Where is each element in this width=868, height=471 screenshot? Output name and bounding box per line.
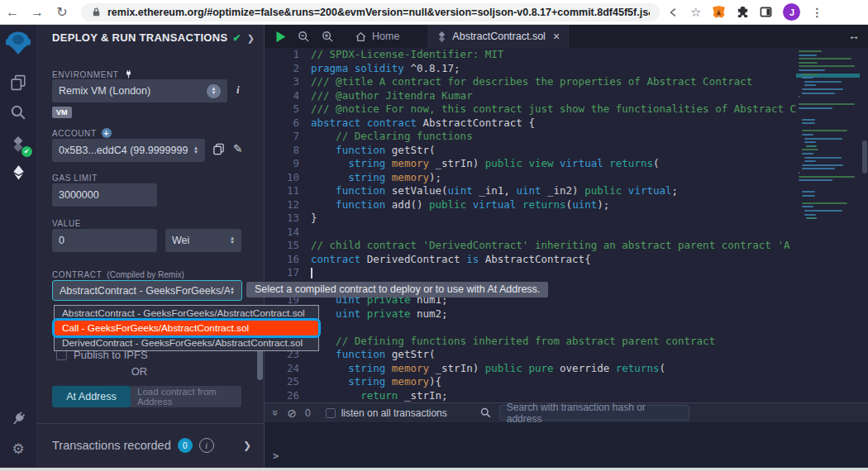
- account-select[interactable]: 0x5B3...eddC4 (99.9999999 ▲▼: [52, 139, 205, 162]
- remix-logo[interactable]: [0, 31, 37, 56]
- code-line: 9 string memory _strIn) public view virt…: [265, 157, 868, 171]
- contract-label: CONTRACT (Compiled by Remix): [52, 270, 184, 279]
- back-icon[interactable]: ←: [0, 5, 25, 20]
- code-line: 25 string memory){: [265, 375, 868, 389]
- code-area[interactable]: 1// SPDX-License-Identifier: MIT2pragma …: [265, 48, 868, 402]
- value-unit-select[interactable]: Wei ▲▼: [165, 229, 241, 252]
- lock-icon: [91, 7, 102, 17]
- terminal-toolbar: » ⊘ 0 listen on all transactions Search …: [265, 402, 868, 422]
- copy-account-icon[interactable]: [212, 143, 225, 159]
- line-number: 15: [265, 239, 311, 253]
- environment-info-icon[interactable]: i: [236, 83, 240, 97]
- value-input[interactable]: 0: [52, 229, 157, 252]
- deploy-run-icon[interactable]: [0, 165, 37, 180]
- settings-gear-icon[interactable]: ⚙: [0, 440, 37, 458]
- minimap[interactable]: [796, 48, 860, 296]
- solidity-compiler-icon[interactable]: ✔: [0, 136, 37, 154]
- reload-icon[interactable]: ↻: [50, 4, 74, 20]
- transactions-info-icon[interactable]: i: [199, 438, 214, 453]
- at-address-input[interactable]: Load contract from Address: [131, 386, 241, 407]
- code-line: 5/// @notice For now, this contract just…: [265, 102, 868, 117]
- zoom-out-icon[interactable]: [298, 31, 310, 43]
- gas-limit-input[interactable]: 3000000: [52, 183, 157, 207]
- terminal-output[interactable]: >: [265, 422, 868, 468]
- browser-menu-icon[interactable]: ⋮: [811, 6, 823, 19]
- run-script-play-icon[interactable]: [276, 31, 286, 42]
- listen-transactions-label: listen on all transactions: [341, 407, 447, 419]
- environment-select[interactable]: Remix VM (London) ▲▼: [52, 79, 227, 102]
- bookmark-star-icon[interactable]: ☆: [690, 5, 701, 20]
- url-text: remix.ethereum.org/#optimize=false&runs=…: [107, 7, 650, 18]
- panel-divider: [37, 423, 265, 424]
- code-line: 17: [265, 266, 868, 280]
- terminal-collapse-icon[interactable]: »: [273, 407, 279, 419]
- transactions-count-badge: 0: [178, 438, 193, 453]
- line-number: 6: [265, 117, 311, 131]
- add-account-icon[interactable]: +: [102, 128, 112, 138]
- line-number: 4: [265, 89, 311, 103]
- tab-home[interactable]: Home: [346, 25, 409, 48]
- contract-option[interactable]: DerivedContract - GeeksForGeeks/Abstract…: [55, 335, 318, 350]
- code-line: 14: [265, 226, 868, 240]
- environment-stepper-icon[interactable]: ▲▼: [207, 84, 221, 98]
- address-bar[interactable]: remix.ethereum.org/#optimize=false&runs=…: [81, 3, 660, 21]
- search-plugin-icon[interactable]: [0, 104, 37, 121]
- browser-toolbar: ← → ↻ remix.ethereum.org/#optimize=false…: [0, 0, 868, 25]
- clear-console-icon[interactable]: ⊘: [287, 407, 297, 420]
- plugin-manager-icon[interactable]: [0, 411, 37, 427]
- plug-icon: [124, 69, 133, 79]
- terminal-search-icon: [480, 407, 491, 418]
- extensions-puzzle-icon[interactable]: [737, 6, 749, 18]
- line-number: 2: [265, 62, 311, 76]
- line-number: 7: [265, 130, 311, 144]
- resize-editor-icon[interactable]: ↔: [848, 29, 860, 42]
- file-explorer-icon[interactable]: [0, 74, 37, 91]
- line-number: 26: [265, 389, 311, 403]
- code-line: 20 uint private num2;: [265, 307, 868, 321]
- transactions-recorded-row: Transactions recorded 0 i: [52, 438, 214, 453]
- line-number: 1: [265, 48, 311, 62]
- terminal-search-input[interactable]: Search with transaction hash or address: [499, 405, 689, 421]
- contract-stepper-icon[interactable]: ▲▼: [230, 287, 235, 295]
- gas-limit-label: GAS LIMIT: [52, 174, 98, 183]
- contract-select[interactable]: AbstractContract - GeeksForGeeks/A ▲▼: [52, 280, 242, 301]
- forward-icon[interactable]: →: [25, 5, 50, 20]
- transactions-expand-chevron-icon[interactable]: ❯: [243, 440, 251, 451]
- code-line: 11 function setValue(uint _in1, uint _in…: [265, 184, 868, 198]
- unit-stepper-icon[interactable]: ▲▼: [230, 236, 235, 245]
- editor-region: Home AbstractContract.sol × ↔ 1// SPDX-L…: [265, 25, 868, 468]
- editor-tabbar: Home AbstractContract.sol ×: [265, 25, 868, 48]
- sidebar-toggle-icon[interactable]: [760, 6, 772, 18]
- environment-label: ENVIRONMENT: [52, 69, 133, 79]
- account-label: ACCOUNT +: [52, 128, 112, 138]
- line-number: 24: [265, 362, 311, 376]
- tab-abstractcontract-sol[interactable]: AbstractContract.sol ×: [427, 25, 570, 48]
- contract-option[interactable]: Call - GeeksForGeeks/AbstractContract.so…: [55, 321, 318, 335]
- panel-collapse-chevron-icon[interactable]: ❯: [247, 33, 255, 44]
- share-icon[interactable]: [668, 7, 680, 18]
- at-address-button[interactable]: At Address: [52, 386, 131, 407]
- line-number: 9: [265, 157, 311, 171]
- code-line: 6abstract contract AbstractContract {: [265, 117, 868, 131]
- contract-select-tooltip: Select a compiled contract to deploy or …: [246, 282, 548, 297]
- panel-check-icon: ✔: [232, 32, 241, 44]
- panel-title: DEPLOY & RUN TRANSACTIONS✔: [52, 31, 241, 44]
- metamask-extension-icon[interactable]: [712, 6, 726, 19]
- profile-avatar[interactable]: J: [783, 3, 800, 21]
- editor-scrollbar[interactable]: [862, 140, 867, 174]
- close-tab-icon[interactable]: ×: [553, 30, 560, 43]
- icon-rail: ✔ ⚙: [0, 25, 37, 468]
- deploy-run-panel: DEPLOY & RUN TRANSACTIONS✔ ❯ ENVIRONMENT…: [37, 25, 265, 468]
- zoom-in-icon[interactable]: [322, 31, 334, 43]
- line-number: 12: [265, 198, 311, 212]
- code-line: 4/// @author Jitendra Kumar: [265, 89, 868, 103]
- line-number: 14: [265, 226, 311, 240]
- contract-option[interactable]: AbstractContract - GeeksForGeeks/Abstrac…: [55, 306, 318, 321]
- edit-account-icon[interactable]: ✎: [233, 142, 243, 155]
- terminal: » ⊘ 0 listen on all transactions Search …: [265, 402, 868, 468]
- listen-transactions-checkbox[interactable]: [326, 408, 336, 418]
- line-number: 3: [265, 75, 311, 89]
- or-label: OR: [37, 365, 241, 378]
- account-stepper-icon[interactable]: ▲▼: [193, 146, 198, 155]
- line-number: 8: [265, 144, 311, 158]
